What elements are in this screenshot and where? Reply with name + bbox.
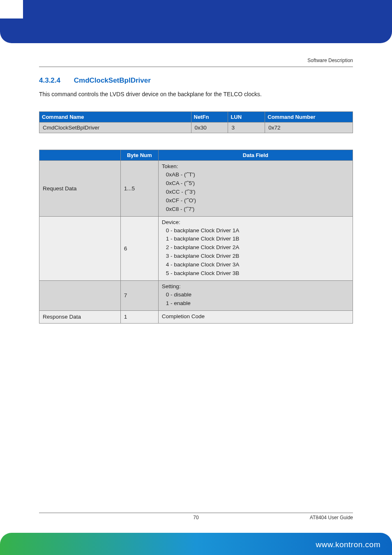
intro-paragraph: This command controls the LVDS driver de… <box>39 90 353 98</box>
data-field-item: 1 - enable <box>162 299 349 308</box>
data-field-heading: Device: <box>162 219 349 225</box>
cell-data-field: Token:0xAB - ('˜T')0xCA - ('˜5')0xCC - (… <box>158 160 353 216</box>
cell-byte-num: 6 <box>120 216 158 281</box>
cell-command-name: CmdClockSetBplDriver <box>39 122 191 133</box>
th-blank <box>39 150 121 160</box>
data-field-item: 0xC8 - ('˜7') <box>162 205 349 214</box>
data-field-item: 4 - backplane Clock Driver 3A <box>162 261 349 269</box>
header-rule <box>39 67 353 67</box>
chapter-label: Software Description <box>307 58 353 63</box>
th-netfn: NetFn <box>191 111 228 122</box>
data-field-item: 0xCA - ('˜5') <box>162 179 349 188</box>
data-field-item: 2 - backplane Clock Driver 2A <box>162 243 349 252</box>
data-field-item: 3 - backplane Clock Driver 2B <box>162 252 349 261</box>
cell-section-label: Request Data <box>39 160 121 216</box>
th-data-field: Data Field <box>158 150 353 160</box>
table-row: 7Setting:0 - disable1 - enable <box>39 281 353 311</box>
cell-data-field: Completion Code <box>158 310 353 323</box>
data-field-item: 0xAB - ('˜T') <box>162 171 349 179</box>
cell-lun: 3 <box>228 122 265 133</box>
section-heading: 4.3.2.4 CmdClockSetBplDriver <box>39 76 353 85</box>
data-field-table: Byte Num Data Field Request Data1...5Tok… <box>39 150 353 324</box>
guide-label: AT8404 User Guide <box>310 515 353 520</box>
cell-command-number: 0x72 <box>265 122 353 133</box>
th-lun: LUN <box>228 111 265 122</box>
data-field-item: 5 - backplane Clock Driver 3B <box>162 269 349 278</box>
data-field-heading: Setting: <box>162 283 349 289</box>
data-field-heading: Token: <box>162 163 349 169</box>
top-blue-banner <box>0 0 392 43</box>
cell-netfn: 0x30 <box>191 122 228 133</box>
cell-section-label <box>39 216 121 281</box>
table-row: Response Data1Completion Code <box>39 310 353 323</box>
bottom-gradient-bar: www.kontron.com <box>0 533 392 555</box>
section-number: 4.3.2.4 <box>39 76 60 85</box>
cell-section-label: Response Data <box>39 310 121 323</box>
data-field-heading: Completion Code <box>162 313 349 319</box>
top-left-white-notch <box>0 0 23 18</box>
command-summary-table: Command Name NetFn LUN Command Number Cm… <box>39 111 353 133</box>
cell-byte-num: 1...5 <box>120 160 158 216</box>
footer-url: www.kontron.com <box>316 540 380 549</box>
table-row: Request Data1...5Token:0xAB - ('˜T')0xCA… <box>39 160 353 216</box>
table-row: CmdClockSetBplDriver 0x30 3 0x72 <box>39 122 353 133</box>
data-field-item: 1 - backplane Clock Driver 1B <box>162 235 349 243</box>
cell-section-label <box>39 281 121 311</box>
data-field-item: 0 - disable <box>162 291 349 299</box>
data-field-item: 0xCC - ('˜3') <box>162 188 349 197</box>
th-byte-num: Byte Num <box>120 150 158 160</box>
section-title: CmdClockSetBplDriver <box>74 76 151 84</box>
th-command-name: Command Name <box>39 111 191 122</box>
cell-byte-num: 1 <box>120 310 158 323</box>
cell-byte-num: 7 <box>120 281 158 311</box>
th-command-number: Command Number <box>265 111 353 122</box>
footer-rule <box>39 513 353 513</box>
table-row: 6Device:0 - backplane Clock Driver 1A1 -… <box>39 216 353 281</box>
cell-data-field: Setting:0 - disable1 - enable <box>158 281 353 311</box>
data-field-item: 0xCF - ('˜O') <box>162 197 349 205</box>
cell-data-field: Device:0 - backplane Clock Driver 1A1 - … <box>158 216 353 281</box>
data-field-item: 0 - backplane Clock Driver 1A <box>162 227 349 235</box>
